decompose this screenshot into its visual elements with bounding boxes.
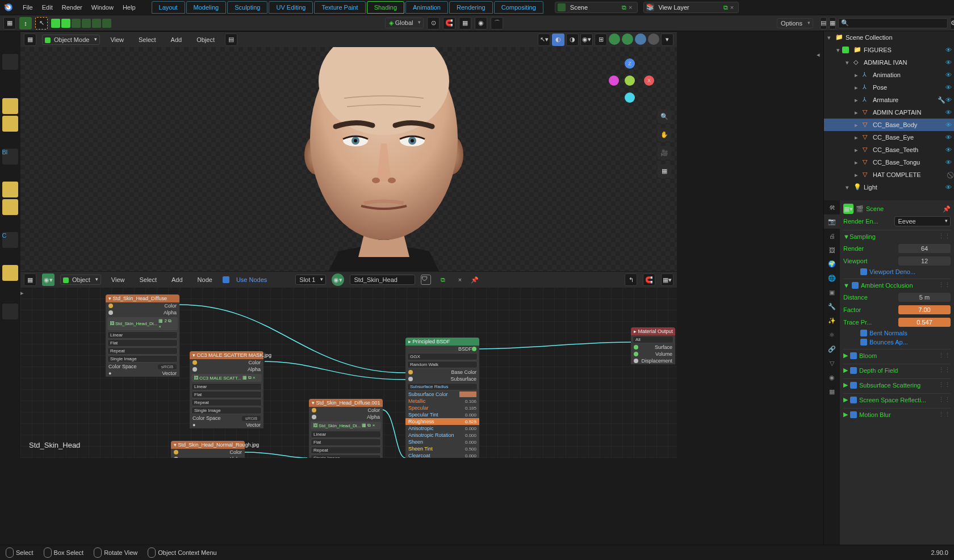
prop-tab-scene[interactable]: 🌍 [824, 257, 840, 271]
viewport-menu-view[interactable]: View [106, 34, 128, 45]
viewport-menu-select[interactable]: Select [134, 34, 161, 45]
image-datablock[interactable]: 🖼 Std_Skin_Head_Di... ▦ ⧉ × [311, 422, 381, 430]
visibility-icon[interactable]: 👁 [945, 159, 952, 166]
outliner-search-input[interactable] [849, 19, 945, 27]
visibility-icon[interactable]: 👁 [945, 59, 952, 66]
visibility-icon[interactable]: 👁 [945, 84, 952, 91]
3d-viewport[interactable]: Z X 🔍 ✋ 🎥 ▦ [20, 47, 677, 271]
outliner-filter-icon[interactable]: ⚙ [950, 17, 954, 30]
scene-name-field[interactable]: Scene [568, 4, 622, 11]
bounces-checkbox[interactable] [860, 339, 867, 346]
outliner-item[interactable]: ▸▽CC_Base_Teeth👁 [824, 144, 954, 156]
viewlayer-delete-icon[interactable]: × [730, 4, 734, 11]
outliner-item[interactable]: ▸▽CC_Base_Body👁 [824, 119, 954, 131]
menu-render[interactable]: Render [57, 2, 87, 13]
ao-factor-field[interactable]: 7.00 [898, 305, 951, 314]
source-field[interactable]: Single Image [107, 355, 178, 363]
outliner-item[interactable]: ▸▽HAT COMPLETE⃠ [824, 169, 954, 181]
prop-tab-particle[interactable]: ✨ [824, 314, 840, 328]
tab-modeling[interactable]: Modeling [186, 1, 227, 14]
tab-animation[interactable]: Animation [405, 1, 448, 14]
prop-tab-active-tool[interactable]: 🛠 [824, 200, 840, 214]
expand-icon[interactable]: ▸ [855, 146, 860, 154]
viewport-gizmo-toggle-icon[interactable]: ↖▾ [538, 33, 550, 46]
node-sidebar-toggle-icon[interactable]: ▸ [20, 289, 24, 297]
options-dropdown[interactable]: Options [777, 18, 813, 28]
gizmo-zn-icon[interactable] [625, 92, 635, 103]
gizmo-x-icon[interactable]: X [644, 75, 654, 86]
node-parent-icon[interactable]: ↰ [625, 273, 637, 286]
snap-toggle-icon[interactable]: 🧲 [443, 17, 455, 30]
visibility-icon[interactable]: 👁 [945, 121, 952, 128]
menu-file[interactable]: File [18, 2, 37, 13]
prop-tab-material[interactable]: ◉ [824, 370, 840, 385]
node-material-output[interactable]: ▸ Material Output All Surface Volume Dis… [631, 327, 675, 364]
panel-screen-space-reflecti-[interactable]: ▶Screen Space Reflecti...⋮⋮ [843, 393, 951, 406]
expand-icon[interactable]: ▾ [846, 184, 851, 191]
node-mode-dropdown[interactable]: Object [60, 275, 101, 285]
node-menu-select[interactable]: Select [135, 274, 161, 285]
image-datablock[interactable]: 🖼 CC3 MALE SCATT... ▦ ⧉ × [191, 374, 262, 382]
gizmo-z-icon[interactable]: Z [625, 58, 635, 69]
node-header[interactable]: ▸ Principled BSDF [405, 338, 479, 346]
ao-distance-field[interactable]: 5 m [898, 293, 951, 302]
viewport-menu-object[interactable]: Object [192, 34, 219, 45]
extension-field[interactable]: Repeat [107, 347, 178, 355]
cursor-tool-icon[interactable]: ↕ [19, 17, 32, 30]
panel-enable-checkbox[interactable] [850, 367, 857, 374]
prop-tab-mesh[interactable]: ▽ [824, 356, 840, 370]
tab-compositing[interactable]: Compositing [494, 1, 543, 14]
outliner-item[interactable]: ▸⅄Animation👁 [824, 69, 954, 81]
panel-bloom[interactable]: ▶Bloom⋮⋮ [843, 349, 951, 361]
shading-solid-icon[interactable] [622, 33, 633, 45]
viewlayer-new-icon[interactable]: ⧉ [723, 4, 728, 11]
tool-b[interactable] [2, 98, 18, 114]
pan-icon[interactable]: ✋ [658, 128, 671, 141]
scene-new-icon[interactable]: ⧉ [622, 4, 626, 11]
tab-uvediting[interactable]: UV Editing [269, 1, 313, 14]
expand-icon[interactable]: ▾ [836, 47, 842, 54]
projection-field[interactable]: Flat [107, 339, 178, 347]
tool-d[interactable]: Bl [2, 149, 18, 165]
outliner-item-label[interactable]: CC_Base_Body [873, 121, 945, 128]
visibility-icon[interactable]: 👁 [945, 47, 952, 53]
outliner-item-label[interactable]: Pose [873, 84, 945, 91]
tool-a[interactable] [2, 54, 18, 70]
node-menu-node[interactable]: Node [193, 274, 217, 285]
menu-window[interactable]: Window [87, 2, 118, 13]
outliner-item-label[interactable]: Animation [873, 71, 945, 78]
panel-depth-of-field[interactable]: ▶Depth of Field⋮⋮ [843, 364, 951, 376]
bent-normals-checkbox[interactable] [860, 330, 867, 336]
expand-icon[interactable]: ▸ [855, 121, 860, 129]
menu-help[interactable]: Help [118, 2, 140, 13]
outliner-item[interactable]: ▸▽CC_Base_Eye👁 [824, 131, 954, 144]
material-slot-dropdown[interactable]: Slot 1 [295, 275, 326, 285]
shader-type-icon[interactable]: ◉▾ [42, 273, 55, 286]
outliner-item[interactable]: ▸▽CC_Base_Tongu👁 [824, 156, 954, 169]
viewport-overlays-icon[interactable]: ▤ [225, 33, 237, 46]
expand-icon[interactable]: ▸ [855, 134, 860, 141]
panel-enable-checkbox[interactable] [850, 411, 857, 418]
panel-enable-checkbox[interactable] [850, 382, 857, 389]
viewport-sidebar-toggle-icon[interactable]: ◂ [817, 51, 820, 58]
viewport-xray-icon[interactable]: ⊞ [595, 33, 607, 46]
prop-tab-modifier[interactable]: 🔧 [824, 300, 840, 314]
node-principled-bsdf[interactable]: ▸ Principled BSDF BSDF GGX Random Walk B… [405, 338, 479, 458]
shading-material-icon[interactable] [635, 33, 646, 45]
panel-subsurface-scattering[interactable]: ▶Subsurface Scattering⋮⋮ [843, 378, 951, 391]
pivot-icon[interactable]: ⊙ [427, 17, 440, 30]
node-image-texture-3[interactable]: ▾ Std_Skin_Head_Diffuse.001 Color Alpha … [309, 399, 383, 458]
visibility-icon[interactable]: 👁 [945, 71, 952, 78]
zoom-icon[interactable]: 🔍 [658, 110, 671, 123]
viewport-samples-field[interactable]: 12 [898, 256, 951, 266]
visibility-icon[interactable]: 👁 [945, 184, 952, 191]
viewport-menu-add[interactable]: Add [166, 34, 187, 45]
ao-trace-field[interactable]: 0.547 [898, 318, 951, 327]
prop-tab-render[interactable]: 📷 [824, 214, 840, 229]
node-header[interactable]: ▾ CC3 MALE SCATTER MASK.jpg [190, 351, 263, 359]
outliner-item[interactable]: ▾◇ADMIRAL IVAN👁 [824, 56, 954, 69]
node-image-texture-2[interactable]: ▾ CC3 MALE SCATTER MASK.jpg Color Alpha … [190, 351, 263, 428]
expand-icon[interactable]: ▸ [855, 109, 860, 116]
node-header[interactable]: ▸ Material Output [631, 327, 675, 335]
material-browse-icon[interactable]: ◉▾ [332, 273, 344, 286]
